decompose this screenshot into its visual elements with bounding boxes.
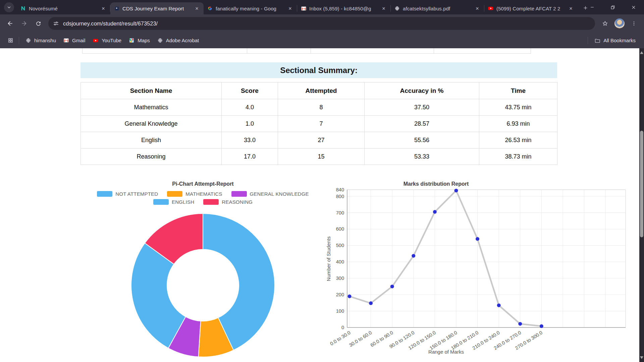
scroll-up-button[interactable] bbox=[639, 50, 644, 55]
table-cell: 37.50 bbox=[365, 99, 479, 116]
tab-youtube[interactable]: (5099) Complete AFCAT 2 2 ✕ bbox=[484, 2, 578, 14]
folder-icon bbox=[594, 38, 600, 44]
chevron-down-icon bbox=[7, 5, 11, 10]
legend-item[interactable]: MATHEMATICS bbox=[167, 191, 222, 197]
legend-item[interactable]: NOT ATTEMPTED bbox=[97, 191, 158, 197]
back-button[interactable] bbox=[3, 17, 17, 30]
reload-button[interactable] bbox=[32, 17, 45, 30]
bookmarks-bar: himanshu Gmail YouTube Maps Adobe Acroba… bbox=[0, 33, 644, 48]
browser-menu-button[interactable] bbox=[627, 17, 641, 30]
google-icon bbox=[207, 5, 213, 11]
legend-item[interactable]: REASONING bbox=[203, 199, 253, 205]
close-icon bbox=[631, 5, 636, 10]
close-button[interactable] bbox=[623, 0, 644, 14]
table-header-cell: Section Name bbox=[81, 82, 222, 99]
all-bookmarks-label: All Bookmarks bbox=[603, 38, 636, 43]
svg-text:0.0 to 30.0: 0.0 to 30.0 bbox=[329, 330, 352, 347]
globe-icon bbox=[157, 38, 163, 43]
table-row: General Knowledge 1.0 7 28.57 6.93 min bbox=[81, 116, 557, 132]
table-cell: 6.93 min bbox=[479, 116, 557, 132]
tab-title: afcatsektsyllabus.pdf bbox=[403, 6, 471, 11]
legend-swatch bbox=[153, 199, 169, 205]
apps-grid-icon bbox=[8, 38, 13, 43]
site-info-icon[interactable] bbox=[53, 20, 59, 26]
legend-label: ENGLISH bbox=[172, 199, 194, 205]
tab-close-icon[interactable]: ✕ bbox=[100, 5, 107, 12]
svg-text:0: 0 bbox=[341, 325, 344, 330]
back-icon bbox=[7, 20, 13, 27]
table-header-cell: Score bbox=[222, 82, 278, 99]
legend-swatch bbox=[167, 191, 182, 197]
bookmark-item-gmail[interactable]: Gmail bbox=[60, 35, 89, 46]
scroll-down-button[interactable] bbox=[639, 355, 644, 360]
profile-avatar[interactable] bbox=[614, 18, 625, 28]
cdsjourney-icon bbox=[114, 5, 120, 11]
tab-pdf[interactable]: afcatsektsyllabus.pdf ✕ bbox=[391, 2, 484, 14]
table-cell: 17.0 bbox=[222, 148, 278, 165]
star-icon bbox=[602, 20, 608, 27]
svg-text:100: 100 bbox=[336, 308, 344, 314]
url-text[interactable]: cdsjourney.com/student/result/673523/ bbox=[63, 20, 158, 27]
svg-text:Number of Students: Number of Students bbox=[326, 236, 331, 281]
bookmark-item-youtube[interactable]: YouTube bbox=[89, 35, 125, 46]
page-content: Sectional Summary: Section Name Score At… bbox=[0, 48, 639, 362]
omnibox[interactable]: cdsjourney.com/student/result/673523/ bbox=[48, 17, 595, 30]
tab-close-icon[interactable]: ✕ bbox=[194, 5, 200, 12]
tab-novoresume[interactable]: Novorésumé ✕ bbox=[17, 2, 110, 14]
minimize-button[interactable] bbox=[582, 0, 602, 14]
all-bookmarks-button[interactable]: All Bookmarks bbox=[591, 35, 639, 46]
forward-button[interactable] bbox=[17, 17, 31, 30]
table-cell: 15 bbox=[278, 148, 365, 165]
restore-icon bbox=[610, 5, 615, 10]
table-cell: 4.0 bbox=[222, 99, 278, 116]
reload-icon bbox=[35, 20, 42, 27]
scrollbar-thumb[interactable] bbox=[640, 131, 643, 237]
bookmark-star-button[interactable] bbox=[598, 17, 612, 30]
tab-close-icon[interactable]: ✕ bbox=[380, 5, 387, 12]
table-cell: 33.0 bbox=[222, 132, 278, 148]
tab-search-button[interactable] bbox=[4, 2, 14, 12]
svg-text:Range of Marks: Range of Marks bbox=[428, 349, 464, 355]
minimize-icon bbox=[590, 5, 594, 9]
tab-title: fanatically meaning - Goog bbox=[216, 6, 284, 11]
bookmark-item-himanshu[interactable]: himanshu bbox=[22, 35, 60, 46]
legend-item[interactable]: GENERAL KNOWLEDGE bbox=[231, 191, 309, 197]
table-header-cell: Attempted bbox=[278, 82, 365, 99]
legend-swatch bbox=[97, 191, 112, 197]
svg-text:800: 800 bbox=[336, 194, 344, 199]
svg-text:840: 840 bbox=[336, 187, 344, 192]
svg-text:30.0 to 60.0: 30.0 to 60.0 bbox=[348, 330, 373, 348]
tab-close-icon[interactable]: ✕ bbox=[568, 5, 574, 12]
line-chart: 01002003004005006007008008400.0 to 30.03… bbox=[319, 184, 631, 362]
page-title: Sectional Summary: bbox=[80, 62, 557, 78]
pie-chart-title: Pi-Chart Attempt-Report bbox=[80, 181, 325, 188]
table-header-cell: Time bbox=[479, 82, 557, 99]
tab-title: Novorésumé bbox=[29, 6, 97, 11]
table-cell: Mathematics bbox=[81, 99, 222, 116]
table-row: Reasoning 17.0 15 53.33 38.73 min bbox=[81, 148, 557, 165]
table-cell: 43.75 min bbox=[479, 99, 557, 116]
table-cell: 38.73 min bbox=[479, 148, 557, 165]
table-cell: 55.56 bbox=[365, 132, 479, 148]
table-cell: Reasoning bbox=[81, 148, 222, 165]
summary-table: Section Name Score Attempted Accuracy in… bbox=[80, 82, 557, 165]
legend-item[interactable]: ENGLISH bbox=[153, 199, 194, 205]
table-header-cell: Accuracy in % bbox=[365, 82, 479, 99]
legend-label: NOT ATTEMPTED bbox=[115, 191, 158, 197]
bookmark-item-maps[interactable]: Maps bbox=[125, 35, 154, 46]
pie-chart-legend: NOT ATTEMPTED MATHEMATICS GENERAL KNOWLE… bbox=[80, 191, 325, 205]
tab-google-search[interactable]: fanatically meaning - Goog ✕ bbox=[204, 2, 297, 14]
globe-icon bbox=[25, 38, 31, 43]
youtube-icon bbox=[488, 5, 494, 11]
svg-text:400: 400 bbox=[336, 259, 344, 264]
tab-cdsjourney-active[interactable]: CDS Journey Exam Report ✕ bbox=[110, 2, 204, 14]
page-scrollbar[interactable] bbox=[639, 48, 644, 362]
bookmark-label: himanshu bbox=[34, 38, 56, 43]
tab-close-icon[interactable]: ✕ bbox=[287, 5, 293, 12]
tab-gmail-inbox[interactable]: Inbox (5,859) - kc84850@g ✕ bbox=[297, 2, 390, 14]
apps-button[interactable] bbox=[5, 35, 16, 46]
tab-close-icon[interactable]: ✕ bbox=[474, 5, 481, 12]
maximize-button[interactable] bbox=[602, 0, 623, 14]
table-cell: 8 bbox=[278, 99, 365, 116]
bookmark-item-adobe-acrobat[interactable]: Adobe Acrobat bbox=[154, 35, 203, 46]
